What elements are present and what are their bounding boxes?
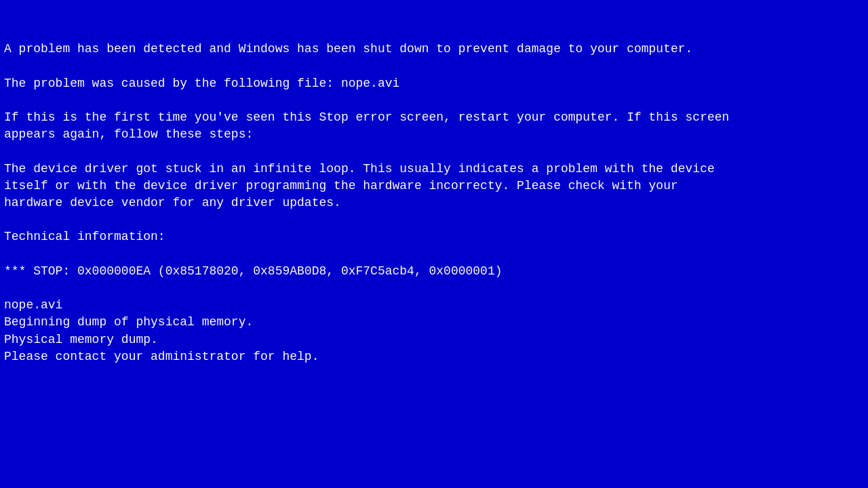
line13: Please contact your administrator for he… xyxy=(4,348,864,365)
blank3 xyxy=(4,144,864,161)
line5: The device driver got stuck in an infini… xyxy=(4,161,864,178)
line6: itself or with the device driver program… xyxy=(4,178,864,195)
blank6 xyxy=(4,280,864,297)
blank1 xyxy=(4,58,864,75)
bsod-screen: A problem has been detected and Windows … xyxy=(0,0,868,488)
blank2 xyxy=(4,92,864,109)
line12: Physical memory dump. xyxy=(4,331,864,348)
line11: Beginning dump of physical memory. xyxy=(4,314,864,331)
blank4 xyxy=(4,211,864,228)
line4: appears again, follow these steps: xyxy=(4,126,864,143)
line10: nope.avi xyxy=(4,297,864,314)
blank5 xyxy=(4,246,864,263)
line7: hardware device vendor for any driver up… xyxy=(4,195,864,211)
line2: The problem was caused by the following … xyxy=(4,75,864,92)
bsod-content: A problem has been detected and Windows … xyxy=(4,7,864,365)
line3: If this is the first time you've seen th… xyxy=(4,109,864,126)
line1: A problem has been detected and Windows … xyxy=(4,41,864,58)
line9: *** STOP: 0x000000EA (0x85178020, 0x859A… xyxy=(4,263,864,280)
line8: Technical information: xyxy=(4,228,864,245)
